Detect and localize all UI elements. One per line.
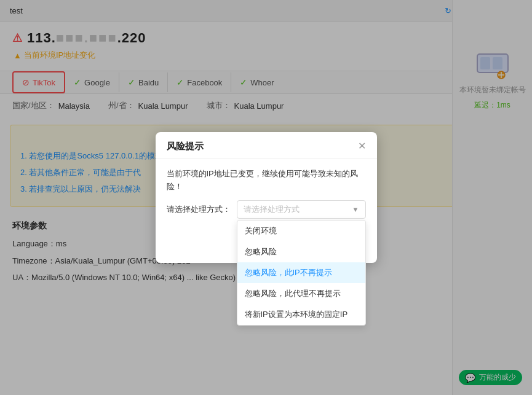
handling-select[interactable]: 请选择处理方式 ▼	[237, 200, 366, 219]
dropdown-item-set-fixed-ip[interactable]: 将新IP设置为本环境的固定IP	[237, 304, 365, 325]
modal-backdrop: 风险提示 ✕ 当前环境的IP地址已变更，继续使用可能导致未知的风险！ 请选择处理…	[0, 0, 532, 395]
select-row: 请选择处理方式： 请选择处理方式 ▼ 关闭环境 忽略风险 忽略风险，此IP不再提…	[167, 200, 366, 219]
dialog-message: 当前环境的IP地址已变更，继续使用可能导致未知的风险！	[167, 168, 366, 194]
dialog-header: 风险提示 ✕	[156, 132, 377, 159]
dropdown-item-close-env[interactable]: 关闭环境	[237, 221, 365, 241]
dialog-close-button[interactable]: ✕	[358, 141, 366, 151]
dropdown-item-ignore-risk[interactable]: 忽略风险	[237, 241, 365, 262]
select-placeholder: 请选择处理方式	[244, 204, 300, 215]
dialog-body: 当前环境的IP地址已变更，继续使用可能导致未知的风险！ 请选择处理方式： 请选择…	[156, 159, 377, 230]
select-wrapper: 请选择处理方式 ▼ 关闭环境 忽略风险 忽略风险，此IP不再提示 忽略风险，此代…	[237, 200, 366, 219]
dropdown-menu: 关闭环境 忽略风险 忽略风险，此IP不再提示 忽略风险，此代理不再提示 将新IP…	[237, 220, 366, 326]
dropdown-item-ignore-ip-no-remind[interactable]: 忽略风险，此IP不再提示	[237, 262, 365, 283]
dialog-title: 风险提示	[167, 141, 204, 152]
risk-dialog: 风险提示 ✕ 当前环境的IP地址已变更，继续使用可能导致未知的风险！ 请选择处理…	[156, 132, 377, 264]
dropdown-item-ignore-proxy-no-remind[interactable]: 忽略风险，此代理不再提示	[237, 283, 365, 304]
select-label: 请选择处理方式：	[167, 204, 231, 215]
select-arrow-icon: ▼	[352, 206, 359, 213]
